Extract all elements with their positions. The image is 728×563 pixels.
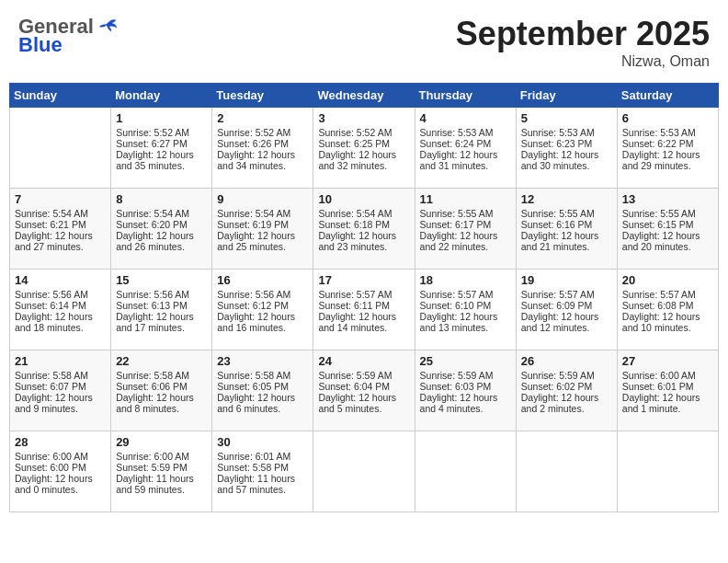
cell-info: and 1 minute.: [622, 403, 713, 414]
calendar-cell: 22Sunrise: 5:58 AMSunset: 6:06 PMDayligh…: [111, 350, 212, 431]
cell-info: Sunrise: 5:56 AM: [116, 289, 207, 300]
cell-info: Daylight: 12 hours: [217, 392, 308, 403]
cell-info: Sunset: 6:27 PM: [116, 138, 207, 149]
cell-info: and 9 minutes.: [15, 403, 106, 414]
cell-info: Daylight: 12 hours: [318, 311, 409, 322]
cell-info: and 17 minutes.: [116, 322, 207, 333]
cell-info: Daylight: 12 hours: [420, 149, 511, 160]
cell-info: Sunset: 6:00 PM: [15, 462, 106, 473]
cell-info: Sunset: 6:20 PM: [116, 219, 207, 230]
cell-info: Sunrise: 5:58 AM: [15, 370, 106, 381]
cell-info: Daylight: 12 hours: [420, 230, 511, 241]
cell-info: Daylight: 12 hours: [15, 473, 106, 484]
cell-info: Daylight: 11 hours: [116, 473, 207, 484]
logo-bird-icon: [96, 17, 118, 36]
day-number: 9: [217, 192, 308, 206]
cell-info: and 20 minutes.: [622, 241, 713, 252]
day-number: 22: [116, 354, 207, 368]
cell-info: Sunset: 6:26 PM: [217, 138, 308, 149]
calendar-cell: 15Sunrise: 5:56 AMSunset: 6:13 PMDayligh…: [111, 270, 212, 350]
cell-info: Daylight: 12 hours: [15, 311, 106, 322]
day-number: 12: [521, 192, 612, 206]
day-number: 14: [15, 273, 106, 287]
cell-info: Sunrise: 5:59 AM: [420, 370, 511, 381]
calendar-cell: 25Sunrise: 5:59 AMSunset: 6:03 PMDayligh…: [415, 350, 516, 431]
day-number: 20: [622, 273, 713, 287]
cell-info: Sunrise: 5:54 AM: [217, 208, 308, 219]
weekday-header-friday: Friday: [516, 84, 617, 108]
cell-info: Sunrise: 5:54 AM: [116, 208, 207, 219]
day-number: 18: [420, 273, 511, 287]
cell-info: Daylight: 12 hours: [116, 392, 207, 403]
cell-info: Daylight: 12 hours: [318, 230, 409, 241]
cell-info: Sunset: 6:06 PM: [116, 381, 207, 392]
cell-info: Sunrise: 5:52 AM: [116, 127, 207, 138]
cell-info: Sunrise: 5:56 AM: [217, 289, 308, 300]
cell-info: Daylight: 12 hours: [622, 392, 713, 403]
cell-info: Sunset: 6:07 PM: [15, 381, 106, 392]
cell-info: Sunset: 6:19 PM: [217, 219, 308, 230]
cell-info: and 30 minutes.: [521, 160, 612, 171]
cell-info: Daylight: 12 hours: [622, 311, 713, 322]
day-number: 21: [15, 354, 106, 368]
cell-info: Daylight: 12 hours: [622, 230, 713, 241]
calendar-cell: 21Sunrise: 5:58 AMSunset: 6:07 PMDayligh…: [10, 350, 111, 431]
page-header: General Blue September 2025 Nizwa, Oman: [9, 9, 719, 75]
cell-info: and 23 minutes.: [318, 241, 409, 252]
cell-info: Sunrise: 5:56 AM: [15, 289, 106, 300]
cell-info: Sunset: 6:02 PM: [521, 381, 612, 392]
cell-info: Sunset: 6:25 PM: [318, 138, 409, 149]
calendar-cell: 3Sunrise: 5:52 AMSunset: 6:25 PMDaylight…: [313, 108, 415, 189]
cell-info: Sunset: 6:04 PM: [318, 381, 409, 392]
cell-info: Sunrise: 5:55 AM: [420, 208, 511, 219]
cell-info: and 14 minutes.: [318, 322, 409, 333]
cell-info: Daylight: 12 hours: [15, 392, 106, 403]
day-number: 19: [521, 273, 612, 287]
calendar-cell: 27Sunrise: 6:00 AMSunset: 6:01 PMDayligh…: [617, 350, 718, 431]
cell-info: Sunrise: 5:59 AM: [318, 370, 409, 381]
cell-info: Sunrise: 5:59 AM: [521, 370, 612, 381]
cell-info: Sunrise: 5:57 AM: [318, 289, 409, 300]
day-number: 16: [217, 273, 308, 287]
week-row-2: 7Sunrise: 5:54 AMSunset: 6:21 PMDaylight…: [10, 189, 719, 270]
calendar-cell: 14Sunrise: 5:56 AMSunset: 6:14 PMDayligh…: [10, 270, 111, 350]
day-number: 15: [116, 273, 207, 287]
calendar-cell: 13Sunrise: 5:55 AMSunset: 6:15 PMDayligh…: [617, 189, 718, 270]
cell-info: Daylight: 12 hours: [116, 311, 207, 322]
calendar-cell: 26Sunrise: 5:59 AMSunset: 6:02 PMDayligh…: [516, 350, 617, 431]
calendar-cell: 4Sunrise: 5:53 AMSunset: 6:24 PMDaylight…: [415, 108, 516, 189]
cell-info: and 35 minutes.: [116, 160, 207, 171]
calendar-cell: 9Sunrise: 5:54 AMSunset: 6:19 PMDaylight…: [212, 189, 313, 270]
cell-info: and 10 minutes.: [622, 322, 713, 333]
cell-info: Sunrise: 6:00 AM: [116, 451, 207, 462]
cell-info: Sunrise: 5:58 AM: [217, 370, 308, 381]
cell-info: and 59 minutes.: [116, 484, 207, 495]
cell-info: Sunrise: 5:57 AM: [420, 289, 511, 300]
day-number: 13: [622, 192, 713, 206]
location: Nizwa, Oman: [456, 53, 710, 70]
weekday-header-tuesday: Tuesday: [212, 84, 313, 108]
cell-info: Sunrise: 5:52 AM: [217, 127, 308, 138]
cell-info: Daylight: 12 hours: [217, 149, 308, 160]
cell-info: and 34 minutes.: [217, 160, 308, 171]
day-number: 28: [15, 435, 106, 449]
calendar-cell: 2Sunrise: 5:52 AMSunset: 6:26 PMDaylight…: [212, 108, 313, 189]
day-number: 1: [116, 111, 207, 125]
cell-info: and 16 minutes.: [217, 322, 308, 333]
cell-info: and 13 minutes.: [420, 322, 511, 333]
cell-info: Sunset: 6:14 PM: [15, 300, 106, 311]
cell-info: and 2 minutes.: [521, 403, 612, 414]
day-number: 27: [622, 354, 713, 368]
cell-info: Sunset: 6:15 PM: [622, 219, 713, 230]
day-number: 7: [15, 192, 106, 206]
calendar-cell: [10, 108, 111, 189]
cell-info: Daylight: 12 hours: [521, 392, 612, 403]
cell-info: Sunrise: 5:58 AM: [116, 370, 207, 381]
cell-info: and 21 minutes.: [521, 241, 612, 252]
cell-info: Sunrise: 5:55 AM: [521, 208, 612, 219]
cell-info: Sunrise: 5:57 AM: [622, 289, 713, 300]
weekday-header-monday: Monday: [111, 84, 212, 108]
cell-info: Sunset: 6:12 PM: [217, 300, 308, 311]
cell-info: Sunset: 6:21 PM: [15, 219, 106, 230]
calendar-cell: 29Sunrise: 6:00 AMSunset: 5:59 PMDayligh…: [111, 431, 212, 512]
